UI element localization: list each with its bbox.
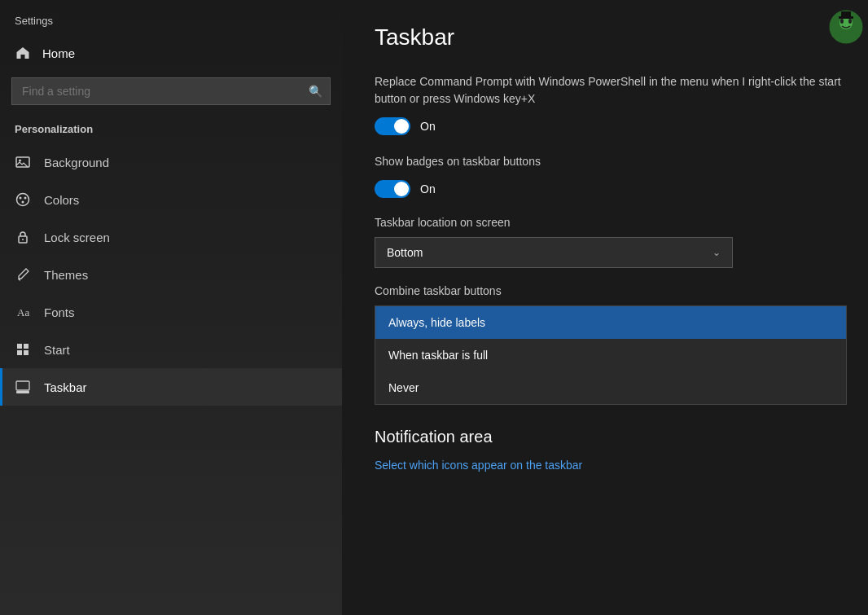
svg-point-5 (22, 201, 24, 204)
chevron-down-icon: ⌄ (712, 247, 721, 258)
notification-heading: Notification area (375, 428, 847, 446)
sidebar-item-colors[interactable]: Colors (0, 181, 342, 218)
sidebar-item-fonts[interactable]: Aa Fonts (0, 293, 342, 331)
home-label: Home (42, 46, 75, 60)
search-input[interactable] (11, 77, 331, 105)
taskbar-icon (15, 379, 31, 395)
image-icon (15, 154, 31, 170)
notification-link[interactable]: Select which icons appear on the taskbar (375, 459, 582, 472)
sidebar-item-label: Fonts (44, 305, 75, 319)
taskbar-location-label: Taskbar location on screen (375, 216, 847, 229)
app-title: Settings (0, 0, 342, 35)
sidebar-item-background[interactable]: Background (0, 143, 342, 181)
sidebar-item-label: Start (44, 343, 70, 357)
badges-description: Show badges on taskbar buttons (375, 153, 847, 170)
combine-option-always-hide[interactable]: Always, hide labels (375, 306, 846, 339)
sidebar-item-label: Lock screen (44, 231, 110, 244)
combine-option-when-full[interactable]: When taskbar is full (375, 339, 846, 371)
svg-point-2 (17, 194, 29, 206)
sidebar-item-start[interactable]: Start (0, 331, 342, 368)
svg-rect-12 (24, 350, 28, 355)
taskbar-location-value: Bottom (387, 246, 423, 259)
palette-icon (15, 191, 31, 208)
combine-label: Combine taskbar buttons (375, 284, 847, 297)
sidebar-item-lock-screen[interactable]: Lock screen (0, 218, 342, 256)
combine-option-never[interactable]: Never (375, 371, 846, 404)
svg-point-19 (848, 19, 852, 24)
powershell-setting-row: Replace Command Prompt with Windows Powe… (375, 73, 847, 135)
home-nav-item[interactable]: Home (0, 35, 342, 71)
font-icon: Aa (15, 304, 31, 320)
nav-items-list: Background Colors Lock screen Themes Aa … (0, 143, 342, 406)
main-wrapper: Taskbar Replace Command Prompt with Wind… (342, 0, 868, 615)
sidebar-item-label: Background (44, 156, 109, 169)
badges-setting-row: Show badges on taskbar buttons On (375, 153, 847, 198)
brush-icon (15, 266, 31, 283)
badges-toggle[interactable] (375, 180, 410, 198)
svg-point-4 (24, 197, 27, 200)
lock-icon (15, 229, 31, 245)
sidebar-item-taskbar[interactable]: Taskbar (0, 368, 342, 406)
taskbar-location-dropdown[interactable]: Bottom ⌄ (375, 237, 733, 268)
sidebar-item-label: Colors (44, 193, 79, 207)
page-title: Taskbar (375, 24, 847, 51)
svg-rect-10 (24, 344, 28, 349)
sidebar-item-label: Themes (44, 268, 88, 282)
svg-rect-21 (841, 11, 851, 17)
svg-rect-14 (16, 391, 29, 393)
powershell-toggle[interactable] (375, 117, 410, 135)
search-container: 🔍 (0, 71, 342, 116)
main-content: Taskbar Replace Command Prompt with Wind… (342, 0, 868, 497)
svg-rect-9 (17, 344, 22, 349)
avatar (829, 10, 863, 44)
home-icon (15, 45, 31, 61)
svg-rect-13 (16, 381, 29, 390)
svg-rect-0 (16, 157, 29, 167)
personalization-label: Personalization (0, 116, 342, 143)
svg-point-18 (840, 19, 844, 24)
powershell-toggle-label: On (420, 120, 436, 133)
sidebar-item-label: Taskbar (44, 380, 87, 394)
svg-text:Aa: Aa (17, 306, 29, 318)
svg-point-3 (20, 197, 22, 200)
badges-toggle-label: On (420, 182, 436, 195)
svg-rect-11 (17, 350, 22, 355)
badges-toggle-row: On (375, 180, 847, 198)
sidebar: Settings Home 🔍 Personalization Backgrou… (0, 0, 342, 615)
sidebar-item-themes[interactable]: Themes (0, 256, 342, 293)
powershell-toggle-row: On (375, 117, 847, 135)
svg-point-1 (19, 160, 21, 162)
combine-dropdown-list: Always, hide labelsWhen taskbar is fullN… (375, 305, 847, 405)
svg-point-7 (22, 239, 24, 240)
start-icon (15, 341, 31, 358)
powershell-description: Replace Command Prompt with Windows Powe… (375, 73, 847, 108)
